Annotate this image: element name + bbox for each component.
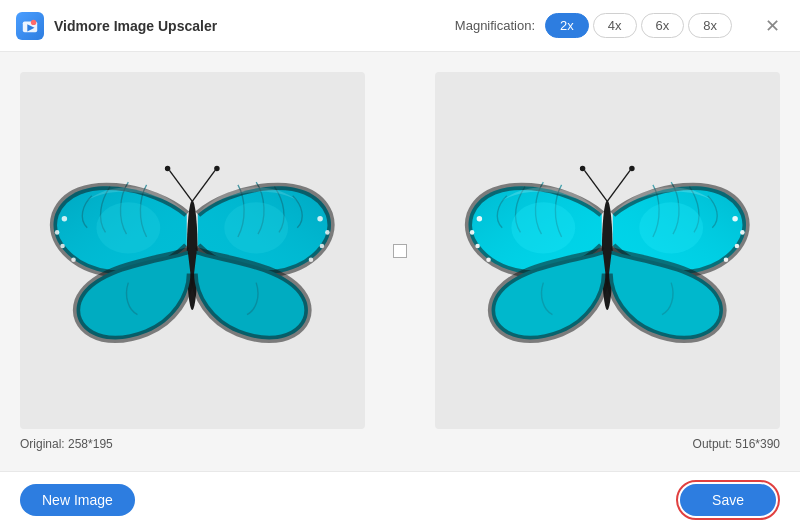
svg-point-29 bbox=[735, 244, 740, 249]
svg-point-23 bbox=[477, 216, 482, 221]
svg-point-31 bbox=[512, 202, 576, 253]
bottom-bar: New Image Save bbox=[0, 471, 800, 527]
svg-line-5 bbox=[193, 170, 216, 201]
save-button-wrapper: Save bbox=[676, 480, 780, 520]
mag-btn-8x[interactable]: 8x bbox=[688, 13, 732, 38]
svg-point-24 bbox=[470, 230, 475, 235]
svg-point-8 bbox=[62, 216, 67, 221]
magnification-label: Magnification: bbox=[455, 18, 535, 33]
mag-btn-4x[interactable]: 4x bbox=[593, 13, 637, 38]
original-info: Original: 258*195 bbox=[20, 437, 113, 451]
title-bar: Vidmore Image Upscaler Magnification: 2x… bbox=[0, 0, 800, 52]
output-info: Output: 516*390 bbox=[693, 437, 780, 451]
svg-point-11 bbox=[71, 257, 76, 262]
svg-point-30 bbox=[724, 257, 729, 262]
svg-point-12 bbox=[318, 216, 323, 221]
magnification-buttons: 2x 4x 6x 8x bbox=[545, 13, 732, 38]
svg-point-25 bbox=[476, 244, 481, 249]
svg-point-27 bbox=[733, 216, 738, 221]
mag-btn-2x[interactable]: 2x bbox=[545, 13, 589, 38]
divider-area bbox=[385, 72, 415, 429]
mag-btn-6x[interactable]: 6x bbox=[641, 13, 685, 38]
svg-point-22 bbox=[629, 166, 634, 171]
output-butterfly bbox=[452, 90, 763, 411]
svg-point-14 bbox=[320, 244, 325, 249]
output-image-panel bbox=[435, 72, 780, 429]
svg-point-26 bbox=[486, 257, 491, 262]
app-logo bbox=[16, 12, 44, 40]
svg-point-32 bbox=[639, 202, 703, 253]
app-window: Vidmore Image Upscaler Magnification: 2x… bbox=[0, 0, 800, 527]
svg-point-2 bbox=[31, 19, 36, 24]
svg-point-9 bbox=[55, 230, 60, 235]
app-title: Vidmore Image Upscaler bbox=[54, 18, 217, 34]
svg-point-7 bbox=[214, 166, 219, 171]
comparison-box bbox=[393, 244, 407, 258]
svg-line-20 bbox=[608, 170, 631, 201]
save-button[interactable]: Save bbox=[680, 484, 776, 516]
svg-line-19 bbox=[585, 170, 608, 201]
svg-point-21 bbox=[580, 166, 585, 171]
close-button[interactable]: ✕ bbox=[760, 14, 784, 38]
svg-point-28 bbox=[740, 230, 745, 235]
svg-line-4 bbox=[170, 170, 193, 201]
original-image-panel bbox=[20, 72, 365, 429]
content-area: Original: 258*195 Output: 516*390 bbox=[0, 52, 800, 471]
svg-point-10 bbox=[61, 244, 66, 249]
info-bar: Original: 258*195 Output: 516*390 bbox=[20, 429, 780, 451]
svg-point-16 bbox=[97, 202, 161, 253]
svg-point-13 bbox=[325, 230, 330, 235]
new-image-button[interactable]: New Image bbox=[20, 484, 135, 516]
svg-point-6 bbox=[165, 166, 170, 171]
svg-point-17 bbox=[224, 202, 288, 253]
original-butterfly bbox=[37, 90, 348, 411]
svg-point-15 bbox=[309, 257, 314, 262]
images-row bbox=[20, 72, 780, 429]
